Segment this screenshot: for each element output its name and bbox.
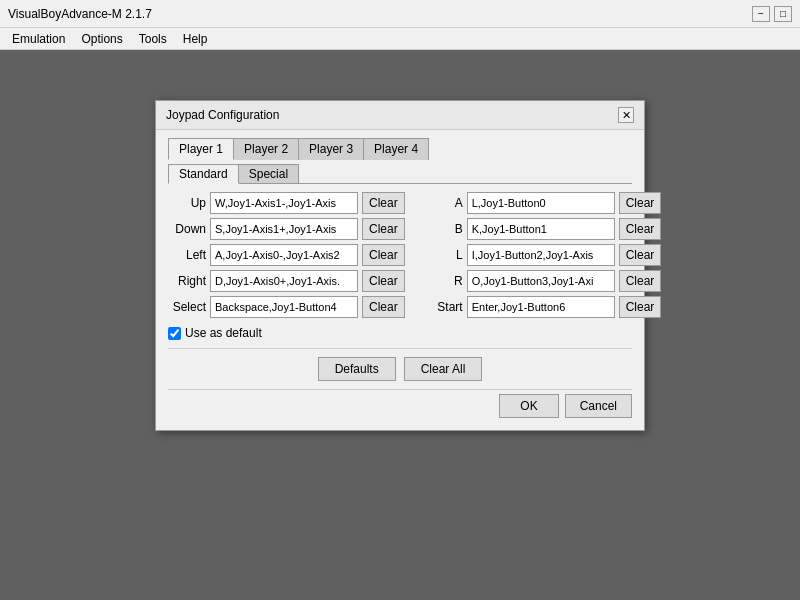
menu-tools[interactable]: Tools <box>131 30 175 48</box>
label-select: Select <box>168 300 206 314</box>
clear-right-button[interactable]: Clear <box>362 270 405 292</box>
player-tabs: Player 1 Player 2 Player 3 Player 4 <box>168 138 632 160</box>
input-l[interactable] <box>467 244 615 266</box>
config-row-r: R Clear <box>425 270 662 292</box>
label-b: B <box>425 222 463 236</box>
joypad-dialog: Joypad Configuration ✕ Player 1 Player 2… <box>155 100 645 431</box>
defaults-button[interactable]: Defaults <box>318 357 396 381</box>
label-l: L <box>425 248 463 262</box>
label-r: R <box>425 274 463 288</box>
input-left[interactable] <box>210 244 358 266</box>
clear-left-button[interactable]: Clear <box>362 244 405 266</box>
bottom-buttons: Defaults Clear All <box>168 357 632 381</box>
mode-tabs: Standard Special <box>168 164 632 184</box>
tab-standard[interactable]: Standard <box>168 164 239 184</box>
clear-up-button[interactable]: Clear <box>362 192 405 214</box>
dialog-title-bar: Joypad Configuration ✕ <box>156 101 644 130</box>
window-controls: − □ <box>752 6 792 22</box>
input-right[interactable] <box>210 270 358 292</box>
clear-l-button[interactable]: Clear <box>619 244 662 266</box>
title-bar: VisualBoyAdvance-M 2.1.7 − □ <box>0 0 800 28</box>
dialog-close-button[interactable]: ✕ <box>618 107 634 123</box>
input-r[interactable] <box>467 270 615 292</box>
input-b[interactable] <box>467 218 615 240</box>
clear-b-button[interactable]: Clear <box>619 218 662 240</box>
dialog-body: Player 1 Player 2 Player 3 Player 4 Stan… <box>156 130 644 430</box>
menu-bar: Emulation Options Tools Help <box>0 28 800 50</box>
left-column: Up Clear Down Clear Left Clear <box>168 192 405 318</box>
label-left: Left <box>168 248 206 262</box>
config-row-a: A Clear <box>425 192 662 214</box>
config-row-b: B Clear <box>425 218 662 240</box>
use-as-default-label: Use as default <box>185 326 262 340</box>
clear-a-button[interactable]: Clear <box>619 192 662 214</box>
menu-options[interactable]: Options <box>73 30 130 48</box>
minimize-button[interactable]: − <box>752 6 770 22</box>
input-down[interactable] <box>210 218 358 240</box>
tab-player1[interactable]: Player 1 <box>168 138 234 160</box>
divider <box>168 348 632 349</box>
ok-cancel-row: OK Cancel <box>168 389 632 418</box>
menu-emulation[interactable]: Emulation <box>4 30 73 48</box>
ok-button[interactable]: OK <box>499 394 558 418</box>
config-row-up: Up Clear <box>168 192 405 214</box>
tab-special[interactable]: Special <box>238 164 299 183</box>
config-row-down: Down Clear <box>168 218 405 240</box>
maximize-button[interactable]: □ <box>774 6 792 22</box>
clear-select-button[interactable]: Clear <box>362 296 405 318</box>
config-row-l: L Clear <box>425 244 662 266</box>
input-select[interactable] <box>210 296 358 318</box>
clear-down-button[interactable]: Clear <box>362 218 405 240</box>
config-row-right: Right Clear <box>168 270 405 292</box>
use-as-default-checkbox[interactable] <box>168 327 181 340</box>
clear-all-button[interactable]: Clear All <box>404 357 483 381</box>
dialog-title: Joypad Configuration <box>166 108 279 122</box>
tab-player4[interactable]: Player 4 <box>363 138 429 160</box>
label-up: Up <box>168 196 206 210</box>
main-content: Joypad Configuration ✕ Player 1 Player 2… <box>0 50 800 600</box>
menu-help[interactable]: Help <box>175 30 216 48</box>
clear-start-button[interactable]: Clear <box>619 296 662 318</box>
label-start: Start <box>425 300 463 314</box>
label-right: Right <box>168 274 206 288</box>
label-down: Down <box>168 222 206 236</box>
input-start[interactable] <box>467 296 615 318</box>
app-title: VisualBoyAdvance-M 2.1.7 <box>8 7 152 21</box>
input-up[interactable] <box>210 192 358 214</box>
tab-player2[interactable]: Player 2 <box>233 138 299 160</box>
config-grid: Up Clear Down Clear Left Clear <box>168 192 632 318</box>
cancel-button[interactable]: Cancel <box>565 394 632 418</box>
tab-player3[interactable]: Player 3 <box>298 138 364 160</box>
input-a[interactable] <box>467 192 615 214</box>
config-row-select: Select Clear <box>168 296 405 318</box>
use-as-default-row: Use as default <box>168 326 632 340</box>
label-a: A <box>425 196 463 210</box>
config-row-start: Start Clear <box>425 296 662 318</box>
config-row-left: Left Clear <box>168 244 405 266</box>
clear-r-button[interactable]: Clear <box>619 270 662 292</box>
right-column: A Clear B Clear L Clear <box>425 192 662 318</box>
